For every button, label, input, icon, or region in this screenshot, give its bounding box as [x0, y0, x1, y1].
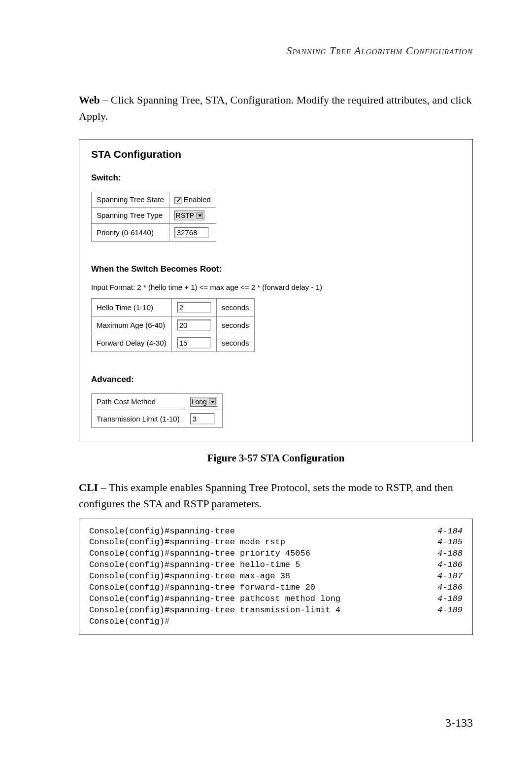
cli-line: Console(config)#spanning-tree mode rstp4…	[89, 537, 463, 548]
sta-config-screenshot: STA Configuration Switch: Spanning Tree …	[79, 139, 473, 442]
cli-ref: 4-188	[437, 548, 463, 560]
hello-input[interactable]	[177, 302, 211, 313]
cli-label: CLI	[79, 481, 98, 493]
table-row: Maximum Age (6-40) seconds	[92, 316, 255, 334]
type-cell: RSTP	[169, 207, 216, 223]
txlimit-label: Transmission Limit (1-10)	[92, 410, 185, 427]
cli-box: Console(config)#spanning-tree4-184 Conso…	[79, 519, 473, 635]
cli-line: Console(config)#	[89, 616, 463, 628]
sta-title: STA Configuration	[91, 148, 461, 160]
cli-line: Console(config)#spanning-tree transmissi…	[89, 605, 463, 616]
advanced-table: Path Cost Method Long Transmission Limit…	[91, 393, 223, 428]
priority-input[interactable]	[174, 227, 209, 238]
cli-cmd: Console(config)#spanning-tree priority 4…	[89, 548, 310, 560]
root-heading: When the Switch Becomes Root:	[91, 264, 461, 274]
page-header: Spanning Tree Algorithm Configuration	[79, 44, 473, 57]
table-row: Spanning Tree State Enabled	[92, 192, 216, 208]
pathcost-dropdown[interactable]: Long	[190, 397, 217, 407]
cli-line: Console(config)#spanning-tree pathcost m…	[89, 594, 463, 605]
state-label: Spanning Tree State	[92, 192, 169, 208]
chevron-down-icon	[209, 398, 216, 405]
cli-intro: CLI – This example enables Spanning Tree…	[79, 479, 473, 512]
cli-cmd: Console(config)#spanning-tree forward-ti…	[89, 582, 315, 594]
pathcost-cell: Long	[185, 393, 222, 410]
cli-cmd: Console(config)#spanning-tree transmissi…	[89, 605, 340, 616]
type-label: Spanning Tree Type	[92, 207, 169, 223]
cli-ref: 4-186	[437, 560, 463, 571]
pathcost-value: Long	[192, 398, 207, 406]
pathcost-label: Path Cost Method	[92, 393, 185, 410]
advanced-heading: Advanced:	[91, 375, 461, 385]
table-row: Transmission Limit (1-10)	[92, 410, 223, 427]
hello-label: Hello Time (1-10)	[92, 298, 172, 316]
cli-cmd: Console(config)#spanning-tree hello-time…	[89, 560, 300, 571]
type-value: RSTP	[176, 211, 194, 219]
cli-cmd: Console(config)#spanning-tree mode rstp	[89, 537, 285, 548]
cli-ref: 4-189	[437, 594, 463, 605]
unit-seconds: seconds	[216, 334, 254, 352]
table-row: Priority (0-61440)	[92, 223, 216, 241]
cli-line: Console(config)#spanning-tree priority 4…	[89, 548, 463, 560]
cli-ref: 4-186	[437, 582, 463, 594]
priority-label: Priority (0-61440)	[92, 223, 169, 241]
cli-line: Console(config)#spanning-tree hello-time…	[89, 560, 463, 571]
table-row: Forward Delay (4-30) seconds	[92, 334, 255, 352]
enabled-checkbox[interactable]	[174, 197, 182, 204]
chevron-down-icon	[196, 212, 203, 219]
cli-line: Console(config)#spanning-tree forward-ti…	[89, 582, 463, 594]
state-cell: Enabled	[169, 192, 216, 208]
switch-table: Spanning Tree State Enabled Spanning Tre…	[91, 192, 216, 242]
cli-cmd: Console(config)#spanning-tree pathcost m…	[89, 594, 340, 605]
cli-ref: 4-185	[437, 537, 463, 548]
cli-cmd: Console(config)#spanning-tree max-age 38	[89, 571, 290, 582]
forward-label: Forward Delay (4-30)	[92, 334, 172, 352]
cli-line: Console(config)#spanning-tree4-184	[89, 526, 463, 537]
cli-cmd: Console(config)#	[89, 616, 169, 628]
web-label: Web	[79, 94, 100, 106]
txlimit-input[interactable]	[190, 413, 215, 424]
table-row: Hello Time (1-10) seconds	[92, 298, 255, 316]
unit-seconds: seconds	[216, 298, 254, 316]
priority-cell	[169, 223, 216, 241]
cli-line: Console(config)#spanning-tree max-age 38…	[89, 571, 463, 582]
cli-ref: 4-187	[437, 571, 463, 582]
table-row: Path Cost Method Long	[92, 393, 223, 410]
maxage-input[interactable]	[177, 319, 211, 331]
web-text: – Click Spanning Tree, STA, Configuratio…	[79, 94, 471, 122]
switch-heading: Switch:	[91, 173, 461, 183]
cli-text: – This example enables Spanning Tree Pro…	[79, 481, 453, 510]
web-intro: Web – Click Spanning Tree, STA, Configur…	[79, 92, 473, 124]
figure-caption: Figure 3-57 STA Configuration	[79, 452, 473, 464]
forward-input[interactable]	[177, 337, 211, 349]
unit-seconds: seconds	[216, 316, 254, 334]
cli-ref: 4-184	[437, 526, 463, 537]
type-dropdown[interactable]: RSTP	[174, 211, 204, 220]
enabled-label: Enabled	[184, 195, 211, 204]
maxage-label: Maximum Age (6-40)	[92, 316, 172, 334]
root-table: Hello Time (1-10) seconds Maximum Age (6…	[91, 298, 255, 352]
cli-ref: 4-189	[437, 605, 463, 616]
table-row: Spanning Tree Type RSTP	[92, 207, 216, 223]
page-number: 3-133	[445, 716, 473, 730]
cli-cmd: Console(config)#spanning-tree	[89, 526, 235, 537]
root-formula: Input Format: 2 * (hello time + 1) <= ma…	[91, 283, 461, 291]
